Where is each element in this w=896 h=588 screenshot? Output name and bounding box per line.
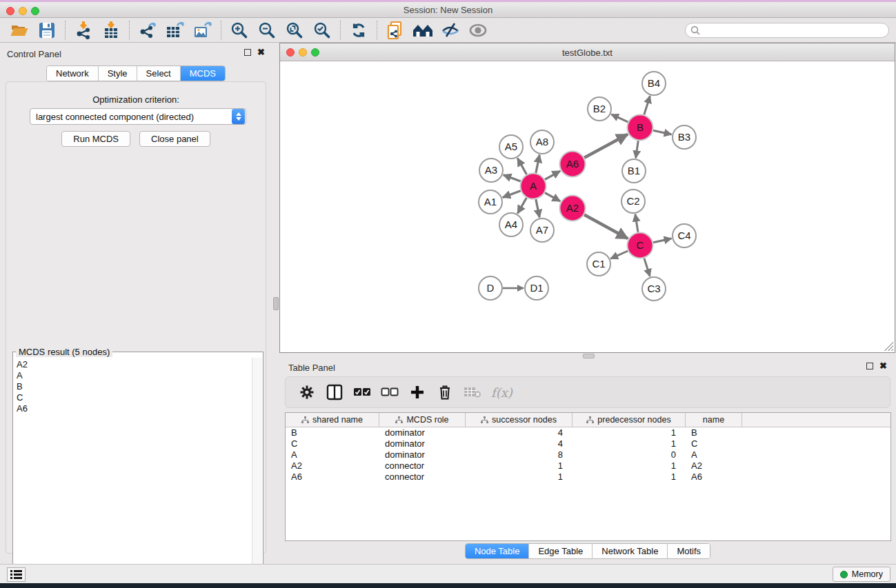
- float-table-panel-icon[interactable]: [866, 363, 873, 369]
- table-cell[interactable]: 1: [573, 460, 686, 472]
- table-cell[interactable]: 1: [466, 472, 573, 483]
- table-cell[interactable]: A: [286, 449, 379, 460]
- table-cell[interactable]: 1: [466, 460, 573, 472]
- graph-node-C4[interactable]: C4: [673, 224, 696, 247]
- table-cell[interactable]: connector: [379, 472, 466, 483]
- column-header-shared-name[interactable]: shared name: [286, 413, 379, 427]
- close-panel-icon[interactable]: ✖: [257, 49, 265, 56]
- table-cell[interactable]: 4: [466, 438, 573, 449]
- show-all-button[interactable]: [464, 19, 492, 41]
- graph-node-C2[interactable]: C2: [621, 190, 645, 213]
- graph-node-A[interactable]: A: [521, 174, 546, 199]
- table-cell[interactable]: A: [686, 449, 742, 460]
- table-cell[interactable]: 1: [573, 472, 686, 483]
- graph-edge-A-A6[interactable]: [545, 171, 560, 179]
- tab-network-table[interactable]: Network Table: [593, 544, 668, 558]
- column-header-name[interactable]: name: [686, 413, 742, 427]
- graph-edge-A-A7[interactable]: [536, 199, 539, 217]
- table-row[interactable]: Adominator80A: [286, 449, 890, 460]
- graph-edge-C-C2[interactable]: [635, 214, 638, 232]
- table-cell[interactable]: B: [286, 427, 379, 438]
- run-mcds-button[interactable]: Run MCDS: [61, 131, 130, 147]
- save-session-button[interactable]: [33, 19, 61, 41]
- graph-edge-A-A8[interactable]: [536, 155, 539, 173]
- table-cell[interactable]: C: [286, 438, 379, 449]
- graph-edge-A6-B[interactable]: [584, 134, 628, 158]
- graph-edge-A2-C[interactable]: [584, 214, 628, 239]
- zoom-selected-button[interactable]: [308, 19, 336, 41]
- column-header-MCDS-role[interactable]: MCDS role: [379, 413, 466, 427]
- graph-edge-C-C3[interactable]: [644, 258, 650, 276]
- column-header-predecessor-nodes[interactable]: predecessor nodes: [573, 413, 686, 427]
- table-cell[interactable]: connector: [379, 460, 466, 472]
- network-table-splitter-handle[interactable]: [583, 354, 595, 358]
- mcds-result-item[interactable]: B: [17, 381, 249, 392]
- graph-edge-C-C1[interactable]: [610, 251, 628, 258]
- table-row[interactable]: A6connector11A6: [286, 472, 890, 483]
- graph-edge-B-B2[interactable]: [611, 114, 628, 122]
- zoom-in-button[interactable]: [226, 19, 253, 41]
- graph-node-B3[interactable]: B3: [673, 125, 696, 149]
- select-all-columns-button[interactable]: [353, 382, 371, 403]
- first-neighbors-button[interactable]: [409, 19, 437, 41]
- graph-node-A1[interactable]: A1: [479, 190, 502, 214]
- criterion-select[interactable]: largest connected component (directed): [30, 108, 246, 125]
- graph-edge-A-A2[interactable]: [545, 193, 560, 201]
- refresh-button[interactable]: [345, 19, 372, 41]
- unselect-all-columns-button[interactable]: [381, 382, 399, 403]
- graph-edge-A-A4[interactable]: [517, 198, 526, 214]
- network-canvas[interactable]: B4B2BB3A8A5A6A3B1AA1C2A2A4A7C4CC1C3DD1: [281, 62, 894, 352]
- show-column-selector-button[interactable]: [326, 382, 344, 403]
- graph-node-C[interactable]: C: [628, 233, 653, 258]
- mcds-result-item[interactable]: A: [17, 370, 249, 381]
- graph-node-B1[interactable]: B1: [622, 159, 646, 183]
- close-panel-button[interactable]: Close panel: [139, 131, 210, 147]
- table-row[interactable]: Cdominator41C: [286, 438, 890, 449]
- tab-style[interactable]: Style: [99, 66, 137, 81]
- tab-edge-table[interactable]: Edge Table: [529, 544, 593, 558]
- graph-edge-B-B1[interactable]: [636, 141, 639, 158]
- graph-edge-B-B3[interactable]: [653, 130, 671, 134]
- graph-node-A3[interactable]: A3: [479, 159, 503, 182]
- table-cell[interactable]: dominator: [379, 427, 466, 438]
- table-cell[interactable]: 0: [573, 449, 686, 460]
- panel-splitter-handle[interactable]: [273, 297, 279, 310]
- graph-edge-A-A5[interactable]: [517, 159, 526, 174]
- table-cell[interactable]: A2: [286, 460, 379, 472]
- table-cell[interactable]: 8: [466, 449, 573, 460]
- graph-node-B4[interactable]: B4: [642, 72, 666, 95]
- graph-edge-A-A1[interactable]: [503, 191, 521, 198]
- open-session-button[interactable]: [6, 19, 33, 41]
- graph-node-D1[interactable]: D1: [525, 276, 548, 300]
- hide-selected-button[interactable]: [437, 19, 464, 41]
- table-settings-button[interactable]: [298, 382, 316, 403]
- tab-motifs[interactable]: Motifs: [668, 544, 710, 558]
- tab-mcds[interactable]: MCDS: [181, 66, 225, 81]
- table-cell[interactable]: B: [686, 427, 742, 438]
- export-network-button[interactable]: [134, 19, 161, 41]
- graph-edge-C-C4[interactable]: [653, 239, 671, 243]
- graph-node-D[interactable]: D: [479, 276, 502, 300]
- table-cell[interactable]: A2: [686, 460, 742, 472]
- table-cell[interactable]: 4: [466, 427, 573, 438]
- graph-node-B2[interactable]: B2: [588, 97, 611, 121]
- window-resize-grip[interactable]: [884, 342, 893, 351]
- zoom-fit-button[interactable]: [281, 19, 308, 41]
- memory-button[interactable]: Memory: [833, 567, 890, 582]
- graph-node-A7[interactable]: A7: [530, 219, 554, 242]
- create-new-column-button[interactable]: [408, 382, 426, 403]
- float-panel-icon[interactable]: [244, 49, 251, 56]
- delete-columns-button[interactable]: [436, 382, 454, 403]
- graph-node-A8[interactable]: A8: [530, 130, 554, 154]
- graph-node-C3[interactable]: C3: [642, 277, 666, 301]
- tab-node-table[interactable]: Node Table: [466, 544, 530, 558]
- show-panels-list-button[interactable]: [7, 567, 26, 582]
- table-cell[interactable]: 1: [573, 438, 686, 449]
- graph-node-B[interactable]: B: [628, 115, 653, 141]
- graph-node-A6[interactable]: A6: [560, 152, 586, 177]
- graph-node-A2[interactable]: A2: [560, 196, 586, 221]
- table-cell[interactable]: 1: [573, 427, 686, 438]
- table-cell[interactable]: dominator: [379, 449, 466, 460]
- mcds-result-item[interactable]: A2: [17, 359, 249, 370]
- mcds-result-item[interactable]: A6: [17, 403, 249, 414]
